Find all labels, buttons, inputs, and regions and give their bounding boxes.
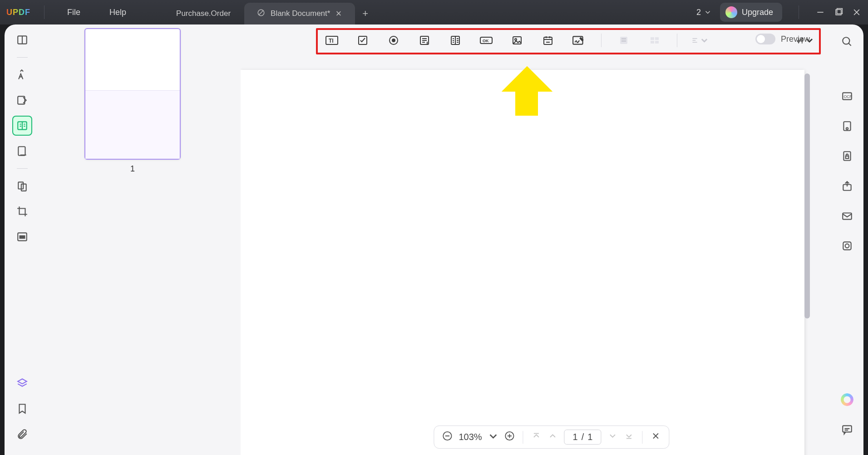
svg-rect-14 (20, 236, 25, 238)
thumbnail-upper (85, 29, 180, 91)
form-properties-tool (615, 34, 632, 47)
email-button[interactable] (838, 207, 856, 225)
image-field-tool[interactable] (508, 34, 526, 47)
crop-tool[interactable] (12, 201, 32, 221)
button-tool[interactable]: OK (478, 34, 495, 47)
tab-purchase-order[interactable]: Purchase.Order (163, 3, 244, 24)
share-button[interactable] (838, 177, 856, 195)
first-page-button[interactable] (532, 431, 542, 443)
separator (601, 34, 602, 47)
vertical-scrollbar[interactable] (804, 73, 810, 318)
flatten-button[interactable] (838, 237, 856, 255)
svg-text:OK: OK (483, 39, 489, 43)
app-logo: UPDF (6, 8, 30, 17)
separator (17, 168, 28, 169)
ai-icon (841, 393, 853, 406)
comment-tool[interactable] (12, 65, 32, 85)
svg-point-25 (515, 39, 517, 40)
svg-rect-10 (18, 147, 25, 156)
redact-tool[interactable] (12, 227, 32, 247)
notification-count[interactable]: 2 (696, 8, 712, 17)
attachment-tool[interactable] (12, 424, 32, 444)
svg-line-47 (848, 43, 851, 45)
right-sidebar: OCR (831, 24, 863, 455)
last-page-button[interactable] (624, 431, 634, 443)
reader-tool[interactable] (12, 30, 32, 50)
close-tab-icon[interactable]: × (335, 9, 341, 19)
organize-tool[interactable] (12, 176, 32, 196)
svg-rect-34 (655, 41, 659, 44)
next-page-button[interactable] (607, 431, 617, 443)
checkbox-tool[interactable] (354, 34, 371, 47)
svg-rect-29 (621, 38, 626, 39)
upgrade-button[interactable]: Upgrade (720, 3, 782, 22)
window-minimize-button[interactable] (815, 7, 825, 17)
page-indicator[interactable]: 1 / 1 (564, 430, 602, 445)
form-grid-tool (646, 34, 663, 47)
page-canvas-container (241, 65, 815, 455)
separator (642, 431, 642, 444)
zoom-level[interactable]: 103% (459, 432, 482, 442)
align-tool (691, 34, 708, 47)
separator (677, 34, 677, 47)
svg-point-57 (845, 244, 849, 248)
layers-tool[interactable] (12, 373, 32, 393)
thumbnail-lower (85, 91, 180, 159)
window-maximize-button[interactable] (833, 7, 843, 17)
avatar-icon (725, 6, 737, 18)
document-page[interactable] (241, 70, 804, 455)
dropdown-tool[interactable] (416, 34, 433, 47)
add-tab-button[interactable]: + (355, 3, 375, 24)
current-page: 1 (573, 432, 578, 442)
chevron-down-icon (700, 35, 708, 46)
svg-rect-55 (843, 213, 852, 220)
upgrade-label: Upgrade (742, 8, 773, 17)
thumbnail-panel: 1 (40, 24, 225, 455)
left-sidebar (5, 24, 40, 455)
preview-toggle[interactable]: Preview (755, 34, 810, 44)
window-close-button[interactable] (852, 7, 862, 17)
svg-line-1 (259, 10, 264, 15)
page-thumbnail[interactable] (84, 28, 181, 160)
chat-button[interactable] (838, 421, 856, 439)
date-field-tool[interactable] (539, 34, 557, 47)
page-tool[interactable] (12, 141, 32, 161)
separator (17, 57, 28, 58)
compress-button[interactable] (838, 117, 856, 135)
separator (44, 5, 44, 19)
prev-page-button[interactable] (548, 431, 558, 443)
svg-rect-32 (655, 37, 659, 40)
svg-rect-30 (621, 40, 626, 42)
ai-button[interactable] (838, 391, 856, 409)
total-pages: 1 (587, 432, 592, 442)
bookmark-tool[interactable] (12, 399, 32, 419)
svg-rect-33 (651, 41, 654, 44)
list-box-tool[interactable] (447, 34, 464, 47)
form-tool[interactable] (12, 116, 32, 136)
svg-rect-31 (651, 37, 654, 40)
form-toolbar-highlight: TI OK (316, 28, 821, 54)
tab-label: Blank Document* (271, 9, 330, 18)
text-field-tool[interactable]: TI (323, 34, 340, 47)
ocr-button[interactable]: OCR (838, 87, 856, 105)
zoom-out-button[interactable] (442, 431, 452, 443)
separator (799, 5, 799, 19)
svg-point-19 (392, 39, 395, 42)
notification-number: 2 (696, 8, 701, 17)
tab-blank-document[interactable]: Blank Document* × (244, 3, 355, 24)
toggle-switch-icon[interactable] (755, 34, 775, 44)
signature-field-tool[interactable] (570, 34, 587, 47)
menu-help[interactable]: Help (95, 8, 141, 17)
search-button[interactable] (838, 33, 856, 51)
zoom-dropdown-icon[interactable] (488, 431, 498, 443)
annotation-arrow-stem (515, 90, 538, 116)
svg-text:TI: TI (329, 38, 334, 44)
menu-file[interactable]: File (53, 8, 95, 17)
edit-tool[interactable] (12, 90, 32, 110)
svg-rect-53 (846, 156, 849, 158)
work-area: 1 Preview TI (5, 24, 863, 455)
close-footer-button[interactable] (651, 431, 661, 443)
zoom-in-button[interactable] (505, 431, 515, 443)
radio-button-tool[interactable] (385, 34, 402, 47)
protect-button[interactable] (838, 147, 856, 165)
